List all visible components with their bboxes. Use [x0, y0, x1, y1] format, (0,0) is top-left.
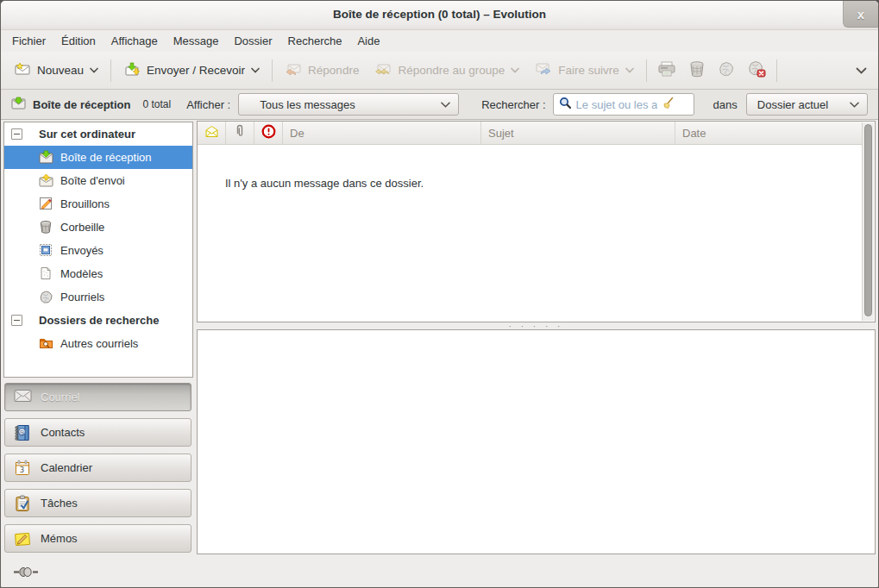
collapse-expander-icon[interactable] — [11, 128, 22, 140]
message-count: 0 total — [142, 98, 171, 110]
menu-bar: Fichier Édition Affichage Message Dossie… — [1, 30, 878, 52]
chevron-down-icon — [511, 67, 519, 73]
trash-icon — [688, 60, 706, 80]
mail-icon — [14, 389, 31, 406]
switcher-calendar-button[interactable]: 3 Calendrier — [4, 454, 191, 482]
close-icon: x — [857, 7, 864, 22]
new-button[interactable]: Nouveau — [6, 57, 106, 84]
inbox-icon — [11, 97, 26, 112]
window-title: Boîte de réception (0 total) – Evolution — [1, 8, 878, 21]
sidebar-item-outbox[interactable]: Boîte d'envoi — [4, 169, 192, 192]
preview-pane — [197, 329, 876, 554]
sidebar-item-sent[interactable]: Envoyés — [4, 239, 192, 262]
column-read-status[interactable] — [198, 122, 226, 144]
status-bar — [1, 556, 878, 587]
toolbar-separator — [110, 59, 111, 82]
menu-edition[interactable]: Édition — [53, 32, 104, 50]
chevron-down-icon — [251, 67, 260, 73]
menu-fichier[interactable]: Fichier — [4, 32, 53, 50]
menu-dossier[interactable]: Dossier — [226, 32, 279, 50]
reply-all-icon — [374, 62, 392, 78]
sidebar-item-other-mail[interactable]: Autres courriels — [4, 332, 192, 355]
forward-button[interactable]: Faire suivre — [527, 57, 642, 84]
tasks-icon — [14, 495, 31, 512]
switcher-memos-button[interactable]: Mémos — [4, 524, 191, 553]
print-button[interactable] — [651, 57, 682, 84]
print-icon — [657, 60, 676, 80]
clear-search-icon[interactable] — [662, 97, 675, 112]
tree-group-on-this-computer[interactable]: Sur cet ordinateur — [4, 122, 192, 146]
search-icon — [559, 97, 572, 112]
menu-message[interactable]: Message — [166, 32, 227, 50]
toolbar-overflow-button[interactable] — [850, 57, 873, 84]
read-status-icon — [204, 125, 219, 141]
search-folder-icon — [39, 336, 53, 351]
toolbar-separator — [646, 59, 647, 82]
empty-folder-message: Il n'y a aucun message dans ce dossier. — [198, 145, 875, 190]
column-attachment[interactable] — [226, 122, 254, 144]
column-from[interactable]: De — [283, 122, 481, 144]
search-input[interactable]: Le sujet ou les a — [553, 93, 694, 116]
chevron-down-icon — [441, 102, 450, 108]
scrollbar-thumb[interactable] — [864, 124, 872, 316]
not-junk-icon — [747, 60, 766, 80]
trash-icon — [39, 220, 53, 235]
main-toolbar: Nouveau Envoyer / Recevoir Répondre Répo… — [1, 52, 878, 90]
junk-button[interactable] — [712, 57, 741, 84]
chevron-down-icon — [625, 67, 634, 73]
column-important[interactable] — [254, 122, 283, 144]
column-subject[interactable]: Sujet — [481, 122, 675, 144]
reply-button[interactable]: Répondre — [277, 57, 367, 84]
search-placeholder: Le sujet ou les a — [576, 98, 657, 111]
sidebar-item-inbox[interactable]: Boîte de réception — [4, 146, 192, 169]
message-list: De Sujet Date Il n'y a aucun message dan… — [197, 121, 876, 322]
send-receive-icon — [123, 62, 141, 79]
sidebar-item-templates[interactable]: Modèles — [4, 262, 192, 285]
chevron-down-icon — [856, 67, 867, 74]
sidebar-item-trash[interactable]: Corbeille — [4, 216, 192, 239]
message-list-header: De Sujet Date — [198, 122, 863, 145]
close-button[interactable]: x — [843, 1, 878, 28]
important-icon — [261, 124, 276, 141]
trash-button[interactable] — [682, 57, 712, 84]
new-mail-icon — [14, 62, 31, 78]
outbox-icon — [39, 173, 53, 188]
contacts-icon: @ — [14, 424, 31, 441]
attachment-icon — [235, 124, 245, 141]
menu-aide[interactable]: Aide — [349, 32, 387, 50]
sidebar-item-junk[interactable]: Pourriels — [4, 285, 192, 309]
inbox-icon — [39, 150, 53, 165]
chevron-down-icon — [850, 102, 859, 108]
switcher-tasks-button[interactable]: Tâches — [4, 489, 191, 517]
column-date[interactable]: Date — [675, 122, 863, 144]
search-label: Rechercher : — [481, 98, 545, 111]
show-filter-dropdown[interactable]: Tous les messages — [238, 93, 459, 116]
chevron-down-icon — [90, 67, 98, 73]
title-bar[interactable]: Boîte de réception (0 total) – Evolution… — [1, 1, 878, 30]
online-status-icon[interactable] — [13, 566, 39, 580]
sidebar-item-drafts[interactable]: Brouillons — [4, 192, 192, 216]
drafts-icon — [39, 197, 53, 211]
menu-affichage[interactable]: Affichage — [104, 32, 166, 50]
reply-all-button[interactable]: Répondre au groupe — [367, 57, 527, 84]
send-receive-button[interactable]: Envoyer / Recevoir — [116, 57, 267, 84]
junk-icon — [39, 290, 53, 304]
message-list-scrollbar[interactable] — [862, 122, 874, 321]
menu-recherche[interactable]: Recherche — [280, 32, 350, 50]
switcher-mail-button[interactable]: Courriel — [4, 383, 191, 411]
show-label: Afficher : — [186, 98, 230, 111]
tree-group-search-folders[interactable]: Dossiers de recherche — [4, 309, 192, 332]
svg-text:@: @ — [19, 428, 25, 435]
not-junk-button[interactable] — [741, 57, 772, 84]
evolution-window: Boîte de réception (0 total) – Evolution… — [0, 0, 879, 588]
collapse-expander-icon[interactable] — [11, 315, 22, 326]
search-scope-dropdown[interactable]: Dossier actuel — [746, 93, 868, 116]
switcher-contacts-button[interactable]: @ Contacts — [4, 418, 191, 447]
folder-tree: Sur cet ordinateur Boîte de réception Bo… — [3, 122, 193, 378]
component-switcher: Courriel @ Contacts 3 Calendrier Tâches … — [4, 383, 191, 560]
toolbar-separator — [776, 59, 777, 82]
scope-in-label: dans — [713, 98, 738, 111]
templates-icon — [39, 266, 53, 281]
pane-splitter-handle[interactable]: · · · · · — [197, 323, 876, 328]
toolbar-separator — [272, 59, 273, 82]
